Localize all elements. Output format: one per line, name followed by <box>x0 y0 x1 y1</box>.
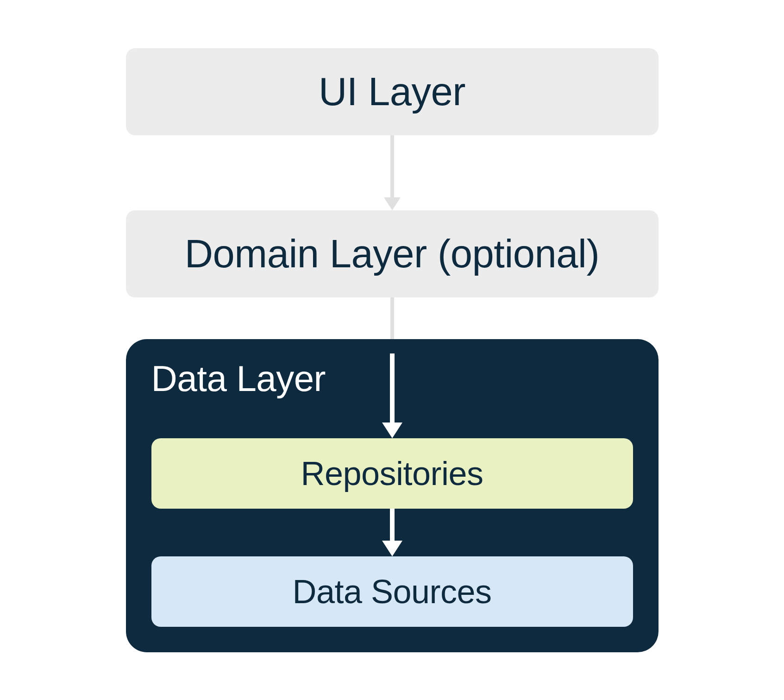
arrow-repositories-to-datasources <box>382 509 402 556</box>
repositories-label: Repositories <box>301 455 483 492</box>
arrow-line-icon <box>390 297 394 344</box>
data-layer-inner: Repositories Data Sources <box>151 404 633 627</box>
arrow-head-icon <box>382 541 402 556</box>
data-sources-box: Data Sources <box>151 556 633 627</box>
ui-layer-label: UI Layer <box>319 69 465 114</box>
arrow-domain-to-repositories <box>382 353 402 438</box>
arrow-line-icon <box>390 135 394 198</box>
architecture-diagram: UI Layer Domain Layer (optional) Data La… <box>126 48 659 652</box>
arrow-domain-to-data-part1 <box>390 297 394 344</box>
data-layer-container: Data Layer Repositories Data Sources <box>126 339 659 652</box>
arrow-line-icon <box>390 353 395 423</box>
arrow-ui-to-domain <box>384 135 401 210</box>
arrow-head-icon <box>384 197 401 210</box>
repositories-box: Repositories <box>151 438 633 509</box>
domain-layer-label: Domain Layer (optional) <box>185 232 600 276</box>
data-sources-label: Data Sources <box>292 573 491 610</box>
arrow-line-icon <box>390 509 395 541</box>
domain-layer-box: Domain Layer (optional) <box>126 210 659 297</box>
arrow-head-icon <box>382 423 402 438</box>
ui-layer-box: UI Layer <box>126 48 659 135</box>
